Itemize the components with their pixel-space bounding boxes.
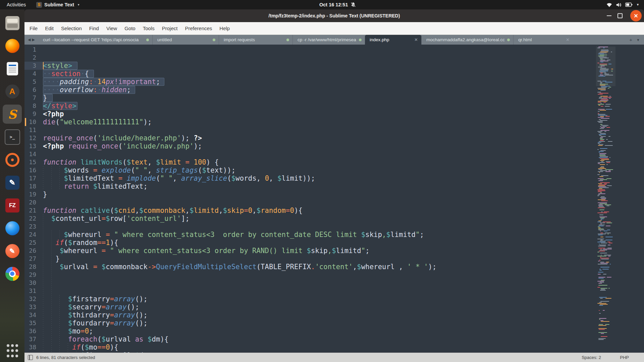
gutter[interactable]: 1234567891011121314151617181920212223242…: [24, 45, 43, 353]
indentation-status[interactable]: Spaces: 2: [582, 355, 601, 360]
code-line[interactable]: $limitedText = implode(" ", array_slice(…: [43, 174, 644, 182]
code-line[interactable]: $mo=0;: [43, 327, 644, 335]
code-line[interactable]: foreach($urlval as $dm){: [43, 335, 644, 343]
activities-button[interactable]: Activities: [3, 0, 29, 9]
line-number[interactable]: 2: [33, 54, 36, 62]
code-line[interactable]: ··section·{: [43, 70, 644, 78]
minimize-button[interactable]: [607, 15, 611, 16]
line-number[interactable]: 3: [33, 62, 36, 70]
line-number[interactable]: 7: [33, 94, 36, 102]
menu-project[interactable]: Project: [158, 25, 181, 31]
close-tab-icon[interactable]: ✕: [566, 37, 570, 42]
line-number[interactable]: 30: [29, 279, 36, 287]
code-line[interactable]: [43, 223, 644, 231]
line-number[interactable]: 35: [29, 319, 36, 327]
line-number[interactable]: 6: [33, 86, 36, 94]
tab-index.php[interactable]: index.php✕: [365, 35, 421, 45]
editor-area[interactable]: 1234567891011121314151617181920212223242…: [24, 45, 644, 353]
line-number[interactable]: 21: [29, 206, 36, 215]
line-number[interactable]: 14: [29, 150, 36, 158]
code-line[interactable]: require_once('include/header.php'); ?>: [43, 134, 644, 142]
line-number[interactable]: 25: [29, 239, 36, 247]
code-line[interactable]: </style>: [43, 102, 644, 110]
code-line[interactable]: $firstarry=array();: [43, 295, 644, 303]
tab-import-requests[interactable]: import requests: [219, 35, 292, 45]
tab-untitled[interactable]: untitled: [152, 35, 219, 45]
dock-item-rhythmbox[interactable]: [3, 150, 22, 169]
line-number[interactable]: 32: [29, 295, 36, 303]
line-number[interactable]: 18: [29, 182, 36, 190]
code-line[interactable]: $whereurl = " where content_status<3 ord…: [43, 231, 644, 239]
line-number[interactable]: 13: [29, 142, 36, 150]
tab-scroll-arrows[interactable]: ◀ ▶: [24, 35, 38, 45]
code-line[interactable]: [43, 198, 644, 206]
code-line[interactable]: [43, 279, 644, 287]
code-line[interactable]: function catlive($cnid,$commonback,$limi…: [43, 206, 644, 215]
menu-selection[interactable]: Selection: [57, 25, 86, 31]
restore-button[interactable]: [618, 13, 623, 18]
line-number[interactable]: 29: [29, 271, 36, 279]
tab-curl-location-request-ge[interactable]: curl --location --request GET 'https://a…: [38, 35, 152, 45]
code-line[interactable]: [43, 46, 644, 54]
line-number[interactable]: 22: [29, 215, 36, 223]
code-line[interactable]: return $limitedText;: [43, 182, 644, 190]
code-line[interactable]: $urlval = $commonback->QueryFieldMultipl…: [43, 263, 644, 271]
code-line[interactable]: }: [43, 255, 644, 263]
code-line[interactable]: $content_url=$row['content_url'];: [43, 215, 644, 223]
code-line[interactable]: ····padding:·14px!important;: [43, 78, 644, 86]
code-line[interactable]: }: [43, 94, 644, 102]
menu-find[interactable]: Find: [86, 25, 103, 31]
code-line[interactable]: <style>: [43, 62, 644, 70]
dock-item-sublime-text[interactable]: S: [3, 105, 22, 124]
line-number[interactable]: 19: [29, 190, 36, 198]
dock-item-text-editor[interactable]: ✎: [3, 173, 22, 192]
line-number[interactable]: 37: [29, 335, 36, 343]
tab-overflow-button[interactable]: ▼: [636, 38, 640, 42]
line-number[interactable]: 16: [29, 166, 36, 174]
code-line[interactable]: ····overflow:·hidden;: [43, 86, 644, 94]
sidebar-toggle-icon[interactable]: [28, 355, 33, 360]
line-number[interactable]: 23: [29, 223, 36, 231]
dock-item-files[interactable]: [3, 13, 22, 33]
line-number[interactable]: 24: [29, 231, 36, 239]
line-number[interactable]: 5: [33, 78, 36, 86]
tab-scroll-left-icon[interactable]: ◀: [28, 38, 31, 42]
dock-item-chrome[interactable]: [3, 264, 22, 283]
syntax-status[interactable]: PHP: [620, 355, 629, 360]
dock-item-ubuntu-software[interactable]: A: [3, 82, 22, 101]
line-number[interactable]: 26: [29, 247, 36, 255]
menu-goto[interactable]: Goto: [121, 25, 139, 31]
line-number[interactable]: 20: [29, 198, 36, 206]
dock-item-terminal[interactable]: >_: [3, 127, 22, 146]
line-number[interactable]: 12: [29, 134, 36, 142]
menu-help[interactable]: Help: [216, 25, 233, 31]
minimap[interactable]: [597, 47, 614, 345]
code-line[interactable]: [43, 54, 644, 62]
code-line[interactable]: [43, 287, 644, 295]
system-status-area[interactable]: ▼: [604, 0, 642, 9]
code-line[interactable]: $fourdarry=array();: [43, 319, 644, 327]
clock-menu[interactable]: Oct 16 12:51: [319, 0, 356, 9]
code-line[interactable]: <?php: [43, 110, 644, 118]
line-number[interactable]: 4: [33, 70, 36, 78]
menu-preferences[interactable]: Preferences: [181, 25, 216, 31]
code-line[interactable]: function limitWords($text, $limit = 100)…: [43, 158, 644, 166]
code-line[interactable]: [43, 271, 644, 279]
line-number[interactable]: 11: [29, 126, 36, 134]
tab-mochammaddaffa2.angkasa-[interactable]: mochammaddaffa2.angkasa@loreal.com: [421, 35, 513, 45]
line-number[interactable]: 10: [29, 118, 36, 126]
line-number[interactable]: 28: [29, 263, 36, 271]
code-line[interactable]: $secarry=array();: [43, 303, 644, 311]
dock-item-libreoffice-writer[interactable]: [3, 59, 22, 78]
line-number[interactable]: 9: [33, 110, 36, 118]
menu-edit[interactable]: Edit: [41, 25, 57, 31]
dock-item-firefox[interactable]: [3, 36, 22, 55]
menu-tools[interactable]: Tools: [139, 25, 158, 31]
line-number[interactable]: 36: [29, 327, 36, 335]
line-number[interactable]: 34: [29, 311, 36, 319]
dock-item-pen-app[interactable]: ✎: [3, 241, 22, 260]
line-number[interactable]: 27: [29, 255, 36, 263]
line-number[interactable]: 1: [33, 46, 36, 54]
code-line[interactable]: <?php require_once('include/nav.php');: [43, 142, 644, 150]
code-line[interactable]: }: [43, 190, 644, 198]
